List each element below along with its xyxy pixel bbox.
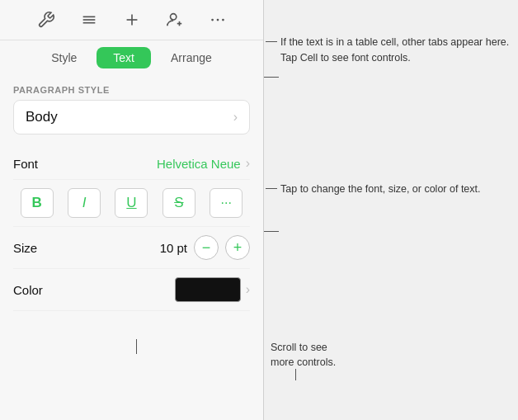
color-swatch[interactable] — [175, 277, 241, 302]
bold-button[interactable]: B — [21, 188, 54, 218]
tab-text[interactable]: Text — [97, 47, 151, 68]
inspector-panel: Style Text Arrange PARAGRAPH STYLE Body … — [0, 0, 264, 420]
annotation-bottom: Scroll to seemore controls. — [271, 340, 336, 371]
lines-icon[interactable] — [78, 8, 101, 31]
paragraph-style-row[interactable]: Body › — [13, 100, 250, 134]
font-chevron-icon: › — [246, 156, 250, 171]
svg-point-8 — [211, 19, 214, 21]
size-label: Size — [13, 241, 37, 255]
svg-point-9 — [216, 19, 219, 21]
size-increase-button[interactable]: + — [225, 235, 250, 260]
font-row[interactable]: Font Helvetica Neue › — [13, 148, 250, 180]
more-format-button[interactable]: ··· — [210, 188, 243, 218]
tab-arrange[interactable]: Arrange — [154, 47, 228, 68]
svg-point-10 — [222, 19, 224, 21]
color-chevron-icon: › — [246, 282, 250, 297]
size-row: Size 10 pt − + — [13, 227, 250, 269]
font-label: Font — [13, 157, 38, 171]
format-buttons-row: B I U S ··· — [13, 180, 250, 227]
hammer-icon[interactable] — [35, 8, 58, 31]
size-decrease-button[interactable]: − — [194, 235, 219, 260]
annotation-top: If the text is in a table cell, other ta… — [280, 35, 510, 66]
paragraph-style-value: Body — [26, 109, 58, 125]
toolbar — [0, 0, 263, 40]
strikethrough-button[interactable]: S — [162, 188, 195, 218]
italic-button[interactable]: I — [68, 188, 101, 218]
annotations-panel: If the text is in a table cell, other ta… — [264, 0, 518, 420]
svg-point-5 — [170, 14, 176, 20]
more-icon[interactable] — [206, 8, 229, 31]
annotation-mid: Tap to change the font, size, or color o… — [280, 182, 510, 197]
person-add-icon[interactable] — [163, 8, 186, 31]
color-label: Color — [13, 283, 43, 297]
tabs-row: Style Text Arrange — [0, 40, 263, 75]
color-row[interactable]: Color › — [13, 269, 250, 311]
chevron-right-icon: › — [233, 110, 238, 125]
paragraph-style-label: PARAGRAPH STYLE — [13, 85, 250, 95]
plus-icon[interactable] — [120, 8, 144, 31]
inspector-content: PARAGRAPH STYLE Body › Font Helvetica Ne… — [0, 75, 263, 420]
tab-style[interactable]: Style — [35, 47, 93, 68]
size-value: 10 pt — [160, 241, 187, 255]
underline-button[interactable]: U — [115, 188, 148, 218]
connector-line-bottom — [136, 339, 137, 354]
font-value: Helvetica Neue — [157, 157, 241, 171]
